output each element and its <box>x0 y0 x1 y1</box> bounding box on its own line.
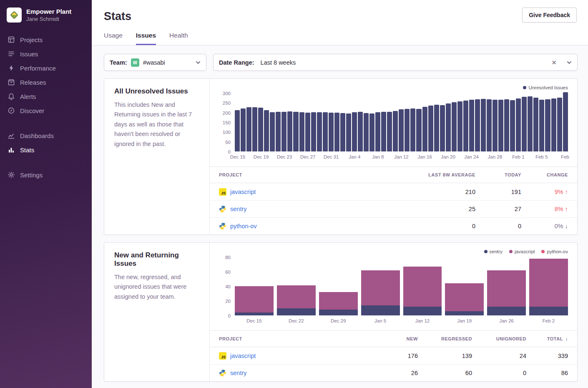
filter-bar: Team: W #wasabi Date Range: Last 8 weeks… <box>104 54 578 71</box>
new-returning-panel-info: New and Returning Issues The new, regres… <box>104 243 210 381</box>
tab-health[interactable]: Health <box>169 32 188 45</box>
date-range-selector[interactable]: Date Range: Last 8 weeks × <box>213 54 578 71</box>
unresolved-bar <box>475 99 480 151</box>
sidebar-item-discover[interactable]: Discover <box>0 103 92 118</box>
today-value: 191 <box>475 189 521 195</box>
legend-label: javascript <box>515 249 535 254</box>
panel-title: All Unresolved Issues <box>114 87 199 96</box>
unresolved-bar <box>422 107 427 151</box>
unresolved-bar <box>235 110 240 151</box>
sidebar-item-label: Releases <box>20 79 46 86</box>
unresolved-bar <box>563 92 568 151</box>
sidebar-item-dashboards[interactable]: Dashboards <box>0 128 92 143</box>
col-new: New <box>372 336 418 341</box>
give-feedback-button[interactable]: Give Feedback <box>522 8 577 23</box>
legend-item-python-ov[interactable]: python-ov <box>541 249 568 254</box>
unresolved-bar <box>264 110 269 151</box>
sidebar-item-stats[interactable]: Stats <box>0 143 92 157</box>
unignored-value: 0 <box>472 370 526 376</box>
nav-spacer <box>0 157 92 168</box>
bar-segment-javascript <box>361 270 400 305</box>
new-value: 26 <box>372 370 418 376</box>
unresolved-bar <box>393 111 398 151</box>
unresolved-bar <box>323 112 328 151</box>
x-axis-label: Jan 26 <box>487 315 526 326</box>
stacked-bar-group <box>319 292 358 315</box>
org-switcher[interactable]: Empower Plant Jane Schmidt <box>0 0 92 33</box>
table-row: sentry 26 60 0 86 <box>210 364 577 381</box>
unresolved-bar <box>281 112 286 151</box>
sidebar-item-alerts[interactable]: Alerts <box>0 89 92 103</box>
unresolved-legend-dot <box>523 86 526 89</box>
unresolved-bar <box>440 105 445 151</box>
legend-item-javascript[interactable]: javascript <box>509 249 535 254</box>
unresolved-bar <box>375 112 380 151</box>
change-value: 9% <box>555 189 563 195</box>
tab-usage[interactable]: Usage <box>104 32 123 45</box>
clear-icon[interactable]: × <box>552 58 556 66</box>
col-change: Change <box>521 172 568 177</box>
date-range-value: Last 8 weeks <box>261 59 296 66</box>
bar-segment-sentry <box>319 310 358 315</box>
unresolved-bar <box>399 109 404 151</box>
sidebar: Empower Plant Jane Schmidt Projects Issu… <box>0 0 92 388</box>
unresolved-bar <box>299 112 304 151</box>
bar-segment-javascript <box>529 259 568 307</box>
stacked-plot <box>235 257 568 315</box>
bar-segment-sentry <box>487 307 526 315</box>
sidebar-item-label: Stats <box>20 146 34 154</box>
app-root: Empower Plant Jane Schmidt Projects Issu… <box>0 0 588 388</box>
project-link[interactable]: sentry <box>230 370 247 376</box>
project-link[interactable]: sentry <box>230 206 247 212</box>
projects-icon <box>8 36 15 43</box>
stacked-yaxis: 020406080 <box>219 257 231 315</box>
total-value: 86 <box>526 370 568 376</box>
legend-label: python-ov <box>547 249 568 254</box>
unresolved-bar <box>381 112 386 151</box>
unresolved-bar <box>346 113 351 152</box>
team-selector[interactable]: Team: W #wasabi <box>104 54 206 71</box>
chevron-down-icon <box>196 60 201 65</box>
legend-item-sentry[interactable]: sentry <box>484 249 503 254</box>
unresolved-bar <box>434 105 439 151</box>
unresolved-bar <box>287 111 292 151</box>
unresolved-plot <box>235 93 568 151</box>
main-area: Stats Give Feedback Usage Issues Health … <box>92 0 588 388</box>
sidebar-item-projects[interactable]: Projects <box>0 33 92 47</box>
unresolved-bar <box>241 108 246 151</box>
project-link[interactable]: javascript <box>230 189 256 195</box>
unresolved-bar <box>457 101 462 151</box>
today-value: 27 <box>475 206 521 212</box>
stacked-legend: sentry javascript python-ov <box>219 248 568 255</box>
new-returning-table: Project New Regressed Unignored Total ↓ … <box>210 330 577 381</box>
sidebar-item-label: Projects <box>20 36 43 43</box>
unignored-value: 24 <box>472 353 526 359</box>
sidebar-item-settings[interactable]: Settings <box>0 168 92 182</box>
project-link[interactable]: python-ov <box>230 223 257 229</box>
page-header: Stats Give Feedback Usage Issues Health <box>92 0 588 45</box>
sidebar-item-issues[interactable]: Issues <box>0 47 92 61</box>
unresolved-bar <box>487 99 492 151</box>
unresolved-bar <box>446 103 451 151</box>
unresolved-bar <box>522 97 527 151</box>
unresolved-bar <box>364 113 369 151</box>
sidebar-item-releases[interactable]: Releases <box>0 75 92 89</box>
table-row: python-ov 0 0 0% ↓ <box>210 217 577 234</box>
bar-segment-javascript <box>445 283 484 311</box>
legend-item-unresolved[interactable]: Unresolved Issues <box>523 85 568 90</box>
col-total-sort[interactable]: Total ↓ <box>526 336 568 342</box>
project-link[interactable]: javascript <box>230 353 256 359</box>
sidebar-item-performance[interactable]: Performance <box>0 61 92 75</box>
regressed-value: 139 <box>418 353 472 359</box>
table-row: sentry 25 27 8% ↑ <box>210 200 577 217</box>
tab-issues[interactable]: Issues <box>136 32 156 45</box>
unresolved-bar <box>469 100 474 151</box>
x-axis-label: Feb 2 <box>529 315 568 326</box>
date-range-label: Date Range: <box>219 59 254 66</box>
unresolved-bar <box>329 113 334 151</box>
unresolved-bar <box>410 108 415 151</box>
x-axis-label: Jan 19 <box>445 315 484 326</box>
unresolved-bar <box>358 112 363 151</box>
change-value: 0% <box>555 223 563 229</box>
legend-label: sentry <box>490 249 503 254</box>
